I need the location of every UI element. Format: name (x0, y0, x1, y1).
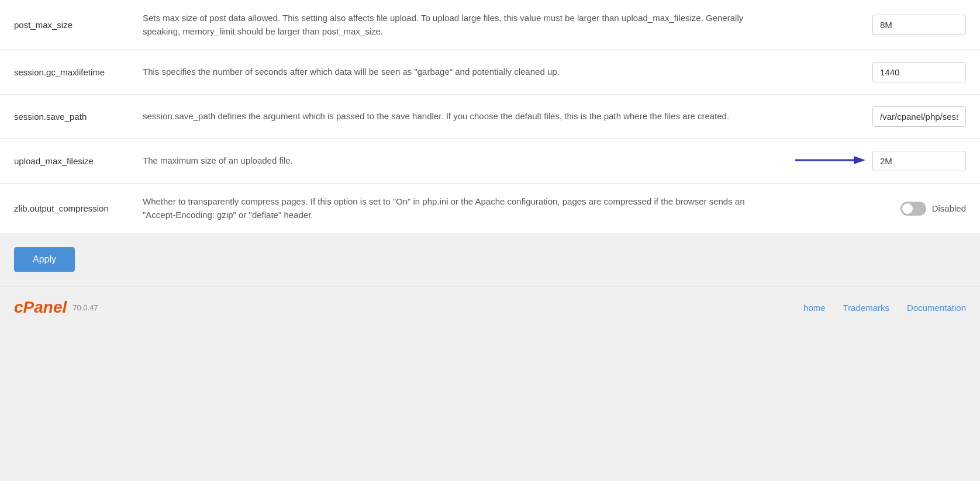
footer-left: cPanel 70.0.47 (14, 298, 98, 317)
setting-name-cell: upload_max_filesize (0, 139, 129, 184)
blue-arrow-icon (795, 153, 865, 169)
setting-name-cell: session.gc_maxlifetime (0, 50, 129, 95)
setting-name-cell: zlib.output_compression (0, 184, 129, 234)
setting-desc-cell: session.save_path defines the argument w… (129, 95, 781, 139)
arrow-container (795, 151, 966, 171)
toggle-label: Disabled (932, 203, 966, 213)
table-row: session.save_pathsession.save_path defin… (0, 95, 980, 139)
footer-link[interactable]: home (803, 303, 826, 313)
footer-link[interactable]: Documentation (907, 303, 966, 313)
cpanel-logo: cPanel (14, 298, 67, 317)
table-row: session.gc_maxlifetimeThis specifies the… (0, 50, 980, 95)
setting-name-cell: post_max_size (0, 0, 129, 50)
apply-section: Apply (0, 233, 980, 286)
setting-control-cell (781, 139, 980, 184)
svg-marker-1 (854, 156, 865, 164)
setting-desc-cell: This specifies the number of seconds aft… (129, 50, 781, 95)
footer-links: homeTrademarksDocumentation (803, 303, 966, 313)
version-text: 70.0.47 (73, 303, 98, 312)
main-container: post_max_sizeSets max size of post data … (0, 0, 980, 481)
setting-input[interactable] (872, 106, 966, 127)
setting-desc-cell: The maximum size of an uploaded file. (129, 139, 781, 184)
settings-table: post_max_sizeSets max size of post data … (0, 0, 980, 233)
table-row: zlib.output_compressionWhether to transp… (0, 184, 980, 234)
setting-input[interactable] (872, 62, 966, 82)
setting-input[interactable] (872, 151, 966, 171)
setting-control-cell: Disabled (781, 184, 980, 234)
setting-input[interactable] (872, 15, 966, 35)
footer-link[interactable]: Trademarks (843, 303, 889, 313)
table-row: upload_max_filesizeThe maximum size of a… (0, 139, 980, 184)
setting-control-cell (781, 50, 980, 95)
toggle-slider (900, 202, 926, 216)
setting-desc-cell: Sets max size of post data allowed. This… (129, 0, 781, 50)
setting-name-cell: session.save_path (0, 95, 129, 139)
logo-panel: Panel (23, 298, 67, 316)
toggle-container: Disabled (795, 202, 966, 216)
apply-button[interactable]: Apply (14, 247, 75, 272)
toggle-switch[interactable] (900, 202, 926, 216)
logo-c: c (14, 298, 23, 316)
footer: cPanel 70.0.47 homeTrademarksDocumentati… (0, 286, 980, 328)
setting-control-cell (781, 0, 980, 50)
setting-control-cell (781, 95, 980, 139)
setting-desc-cell: Whether to transparently compress pages.… (129, 184, 781, 234)
table-row: post_max_sizeSets max size of post data … (0, 0, 980, 50)
